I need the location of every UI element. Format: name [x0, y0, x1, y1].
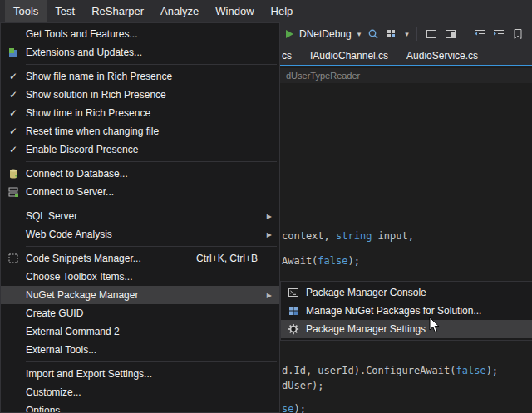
start-debugging-icon[interactable]	[286, 30, 293, 38]
code-token: string	[336, 230, 372, 242]
tab-strip: cs IAudioChannel.cs AudioService.cs	[280, 46, 532, 66]
nuget-submenu: Package Manager Console Manage NuGet Pac…	[280, 281, 532, 341]
menubar-window[interactable]: Window	[207, 0, 262, 22]
menu-item-sql-server[interactable]: SQL Server ▶	[1, 207, 279, 225]
search-icon[interactable]	[367, 27, 380, 41]
code-line: d.Id, userId).ConfigureAwait(false);	[282, 365, 498, 376]
menu-item-show-file-name[interactable]: ✓ Show file name in Rich Presence	[1, 67, 279, 86]
debug-target-chevron-icon[interactable]: ▾	[357, 30, 362, 38]
menu-item-label: SQL Server	[26, 210, 77, 222]
menu-item-label: Choose Toolbox Items...	[26, 271, 133, 283]
tab-partial[interactable]: cs	[280, 46, 301, 65]
menu-item-external-tools[interactable]: External Tools...	[1, 341, 279, 359]
debug-target-label[interactable]: DNetDebug	[299, 28, 352, 40]
nuget-package-icon	[281, 305, 306, 317]
menu-item-label: Code Snippets Manager...	[26, 253, 141, 264]
snippets-icon	[1, 253, 26, 264]
submenu-item-package-manager-settings[interactable]: Package Manager Settings	[281, 320, 532, 338]
menu-item-choose-toolbox-items[interactable]: Choose Toolbox Items...	[1, 268, 279, 286]
menu-item-enable-discord-presence[interactable]: ✓ Enable Discord Presence	[1, 140, 279, 159]
menu-item-show-time[interactable]: ✓ Show time in Rich Presence	[1, 104, 279, 122]
code-line: context, string input,	[282, 230, 414, 242]
menu-item-create-guid[interactable]: Create GUID	[1, 304, 279, 322]
menubar-help[interactable]: Help	[263, 0, 302, 22]
gear-icon	[281, 323, 306, 335]
visual-studio-window: Tools Test ReSharper Analyze Window Help…	[0, 0, 532, 413]
menu-item-label: Import and Export Settings...	[26, 368, 152, 380]
menubar-resharper[interactable]: ReSharper	[83, 0, 152, 22]
code-token: false	[456, 365, 486, 376]
submenu-arrow-icon: ▶	[267, 231, 272, 238]
menu-item-label: Customize...	[26, 386, 81, 398]
menu-item-shortcut: Ctrl+K, Ctrl+B	[196, 253, 279, 264]
menu-item-code-snippets-manager[interactable]: Code Snippets Manager... Ctrl+K, Ctrl+B	[1, 249, 279, 268]
menu-item-connect-to-database[interactable]: Connect to Database...	[1, 165, 279, 183]
menu-item-reset-time[interactable]: ✓ Reset time when changing file	[1, 122, 279, 140]
code-line: se);	[282, 403, 306, 413]
menu-item-label: External Command 2	[26, 326, 120, 337]
menu-item-extensions-and-updates[interactable]: Extensions and Updates...	[1, 43, 279, 61]
increase-indent-icon[interactable]	[492, 27, 505, 41]
float-window-icon[interactable]	[425, 27, 438, 41]
submenu-item-manage-nuget-packages[interactable]: Manage NuGet Packages for Solution...	[281, 302, 532, 320]
server-icon	[1, 186, 26, 198]
menu-separator	[26, 361, 277, 362]
extensions-icon	[1, 47, 26, 58]
breadcrumb[interactable]: dUserTypeReader	[280, 68, 532, 83]
menu-item-nuget-package-manager[interactable]: NuGet Package Manager ▶	[1, 286, 279, 304]
menu-bar: Tools Test ReSharper Analyze Window Help	[0, 0, 532, 22]
menu-item-label: Get Tools and Features...	[26, 28, 138, 40]
code-token: input,	[372, 230, 414, 242]
menu-item-label: NuGet Package Manager	[26, 289, 138, 301]
chevron-down-icon[interactable]: ▾	[405, 30, 409, 38]
code-token: );	[347, 255, 359, 267]
menu-item-label: Package Manager Settings	[306, 323, 426, 335]
menu-item-label: Options...	[26, 405, 68, 413]
submenu-item-package-manager-console[interactable]: Package Manager Console	[281, 283, 532, 302]
menu-item-label: Package Manager Console	[306, 287, 426, 298]
grid-icon[interactable]	[386, 27, 399, 41]
console-icon	[281, 287, 306, 298]
menu-item-options[interactable]: Options...	[1, 401, 279, 413]
menubar-test[interactable]: Test	[47, 0, 83, 22]
code-token: dUser);	[282, 380, 324, 391]
menu-item-label: Create GUID	[26, 307, 83, 319]
menubar-tools[interactable]: Tools	[5, 0, 47, 22]
checkmark-icon: ✓	[1, 90, 26, 100]
toolbar-separator	[465, 27, 466, 41]
tab-audioservice[interactable]: AudioService.cs	[397, 46, 487, 65]
menu-item-label: External Tools...	[26, 344, 96, 356]
menu-item-label: Show solution in Rich Presence	[26, 89, 166, 101]
menu-item-label: Connect to Database...	[26, 168, 128, 179]
menu-item-get-tools-and-features[interactable]: Get Tools and Features...	[1, 25, 279, 43]
menu-item-label: Enable Discord Presence	[26, 144, 138, 155]
dock-window-icon[interactable]	[444, 27, 457, 41]
code-token: se	[282, 403, 293, 413]
tools-menu: Get Tools and Features... Extensions and…	[0, 22, 280, 413]
code-token: false	[318, 255, 347, 267]
menu-item-external-command-2[interactable]: External Command 2	[1, 322, 279, 341]
decrease-indent-icon[interactable]	[473, 27, 486, 41]
code-token: );	[486, 365, 498, 376]
menu-separator	[26, 246, 277, 247]
mouse-cursor	[429, 317, 442, 335]
code-token: );	[293, 403, 305, 413]
code-line: Await(false);	[282, 255, 360, 267]
toolbar-separator	[416, 27, 417, 41]
menu-item-web-code-analysis[interactable]: Web Code Analysis ▶	[1, 225, 279, 243]
tab-iaudiochannel[interactable]: IAudioChannel.cs	[301, 46, 397, 65]
menu-item-connect-to-server[interactable]: Connect to Server...	[1, 183, 279, 201]
menu-item-customize[interactable]: Customize...	[1, 383, 279, 401]
menu-item-show-solution[interactable]: ✓ Show solution in Rich Presence	[1, 86, 279, 104]
code-line: dUser);	[282, 380, 324, 391]
breadcrumb-type-label: dUserTypeReader	[286, 71, 360, 81]
menu-item-label: Reset time when changing file	[26, 125, 159, 137]
checkmark-icon: ✓	[1, 145, 26, 155]
code-editor[interactable]: context, string input, Await(false); d.I…	[280, 83, 532, 413]
code-token: Await(	[282, 255, 318, 267]
menu-item-import-export-settings[interactable]: Import and Export Settings...	[1, 365, 279, 383]
bookmark-icon[interactable]	[511, 27, 525, 41]
menubar-analyze[interactable]: Analyze	[152, 0, 207, 22]
menu-separator	[26, 64, 277, 65]
menu-separator	[26, 161, 277, 162]
